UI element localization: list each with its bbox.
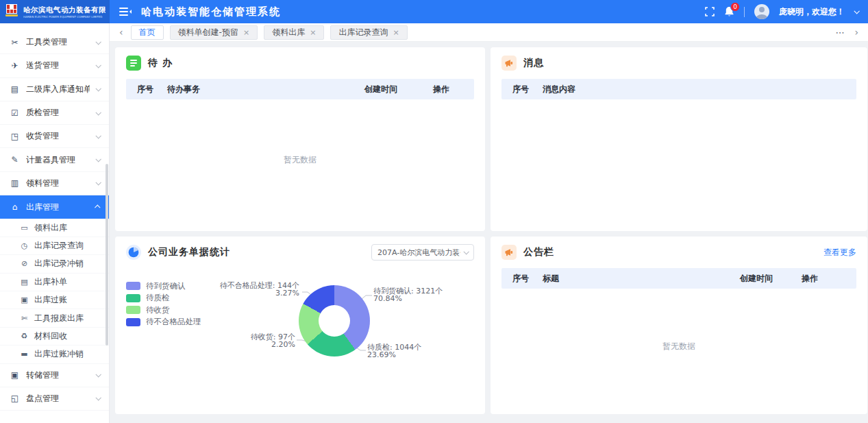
pie-chart-icon (126, 245, 141, 260)
company-logo-icon (4, 4, 19, 19)
chevron-down-icon (95, 372, 101, 377)
chart-legend: 待到货确认 待质检 待收货 待不合格品处理 (126, 282, 201, 330)
todo-empty-text: 暂无数据 (115, 154, 485, 166)
legend-item[interactable]: 待质检 (126, 294, 201, 302)
notice-card: 公告栏 查看更多 序号 标题 创建时间 操作 暂无数据 (491, 237, 867, 414)
inventory-icon: ◱ (10, 394, 20, 403)
callout-pending-inspection: 待质检: 1044个 23.69% (367, 343, 421, 359)
notice-form-icon: ▤ (10, 84, 20, 94)
sidebar-subitem-material-outbound[interactable]: ▭ 领料出库 (0, 219, 109, 237)
sidebar-item-material-requisition[interactable]: ▥ 领料管理 (0, 172, 109, 195)
posting-writeoff-icon: ▬ (20, 350, 29, 359)
tabs-next-arrow-icon[interactable]: › (853, 27, 860, 37)
legend-swatch (126, 294, 140, 302)
writeoff-icon: ⊘ (20, 259, 29, 268)
sidebar-item-inventory-check[interactable]: ◱ 盘点管理 (0, 387, 109, 411)
legend-swatch (126, 282, 140, 290)
tab-outbound-record-query[interactable]: 出库记录查询 × (330, 25, 407, 40)
logo-zone: 哈尔滨电气动力装备有限公司 HARBIN ELECTRIC POWER EQUI… (0, 0, 110, 23)
chevron-down-icon (95, 133, 101, 138)
sidebar-item-delivery[interactable]: ✈ 送货管理 (0, 54, 109, 77)
pencil-icon: ✎ (10, 155, 20, 165)
stats-card: 公司业务单据统计 207A-哈尔滨电气动力装备有限公 待到货确认 待质检 待收货… (115, 237, 485, 414)
user-greeting[interactable]: 庞晓明，欢迎您！ (779, 6, 845, 18)
storage-icon: ▣ (10, 370, 20, 380)
topbar: 哈尔滨电气动力装备有限公司 HARBIN ELECTRIC POWER EQUI… (0, 0, 868, 23)
sidebar-item-tools[interactable]: ✂ 工具类管理 (0, 31, 109, 54)
donut-chart[interactable] (299, 285, 370, 356)
megaphone-icon (501, 56, 517, 71)
sidebar-subitem-outbound-posting[interactable]: ▣ 出库过账 (0, 291, 109, 309)
tab-requisition-create-reserve[interactable]: 领料单创建-预留 × (170, 25, 258, 40)
notification-bell-icon[interactable]: 0 (724, 6, 734, 17)
sidebar-scrollbar[interactable] (106, 164, 108, 346)
megaphone-icon (501, 245, 517, 260)
user-menu-chevron-icon[interactable] (854, 8, 859, 14)
query-icon: ◷ (20, 241, 29, 250)
message-card: 消息 序号 消息内容 (491, 47, 867, 231)
tabs-more-icon[interactable]: ⋯ (835, 27, 845, 38)
sidebar-subitem-outbound-posting-writeoff[interactable]: ▬ 出库过账冲销 (0, 346, 109, 363)
chevron-down-icon (95, 180, 101, 185)
chevron-down-icon (95, 62, 101, 68)
company-filter-select[interactable]: 207A-哈尔滨电气动力装备有限公 (371, 244, 474, 261)
sidebar-item-transfer-storage[interactable]: ▣ 转储管理 (0, 364, 109, 387)
app-title: 哈电动装智能仓储管理系统 (141, 5, 281, 19)
message-table-header: 序号 消息内容 (501, 79, 856, 99)
close-icon[interactable]: × (243, 29, 249, 36)
select-chevron-icon (463, 249, 469, 254)
sidebar-item-receiving[interactable]: ◳ 收货管理 (0, 125, 109, 148)
callout-pending-defect: 待不合格品处理: 144个 3.27% (220, 282, 299, 297)
tools-icon: ✂ (10, 38, 20, 47)
fullscreen-icon[interactable] (705, 7, 715, 16)
sidebar-item-secondary-warehouse-notice[interactable]: ▤ 二级库入库通知单 (0, 78, 109, 101)
outbound-doc-icon: ▭ (20, 223, 29, 232)
sidebar-subitem-material-recycle[interactable]: ♻ 材料回收 (0, 328, 109, 346)
message-card-title: 消息 (523, 57, 544, 69)
notification-badge: 0 (730, 2, 740, 12)
supplement-doc-icon: ▤ (20, 278, 29, 287)
company-name: 哈尔滨电气动力装备有限公司 (23, 5, 106, 15)
sidebar-subitem-tool-scrap-outbound[interactable]: ✄ 工具报废出库 (0, 309, 109, 327)
view-more-link[interactable]: 查看更多 (823, 247, 856, 258)
legend-item[interactable]: 待收货 (126, 306, 201, 314)
close-icon[interactable]: × (310, 29, 316, 36)
tabs-prev-arrow-icon[interactable]: ‹ (118, 27, 125, 37)
document-icon: ▥ (10, 178, 20, 188)
user-avatar[interactable] (754, 4, 769, 19)
notice-empty-text: 暂无数据 (491, 341, 867, 352)
package-icon: ◳ (10, 132, 20, 141)
sidebar-subitem-outbound-supplement[interactable]: ▤ 出库补单 (0, 274, 109, 291)
chevron-down-icon (95, 110, 101, 115)
todo-doc-icon (126, 56, 141, 71)
callout-pending-receipt: 待收货: 97个 2.20% (251, 333, 295, 348)
sidebar-collapse-icon[interactable] (119, 7, 132, 16)
checkbox-icon: ☑ (10, 108, 20, 118)
topbar-divider (744, 7, 745, 17)
sidebar-item-quality-inspection[interactable]: ☑ 质检管理 (0, 101, 109, 125)
scrap-icon: ✄ (20, 314, 29, 323)
chevron-down-icon (95, 86, 101, 91)
sidebar-item-outbound[interactable]: ⌂ 出库管理 (0, 195, 109, 219)
notice-table-header: 序号 标题 创建时间 操作 (501, 268, 856, 289)
notice-card-title: 公告栏 (523, 246, 554, 258)
legend-item[interactable]: 待不合格品处理 (126, 318, 201, 326)
chevron-down-icon (95, 39, 101, 45)
legend-swatch (126, 318, 140, 326)
tab-strip: ‹ 首页 领料单创建-预留 × 领料出库 × 出库记录查询 × ⋯ › (110, 23, 868, 42)
todo-card: 待 办 序号 待办事务 创建时间 操作 暂无数据 (115, 47, 485, 231)
company-name-en: HARBIN ELECTRIC POWER EQUIPMENT COMPANY … (23, 15, 106, 19)
sidebar-subitem-outbound-record-query[interactable]: ◷ 出库记录查询 (0, 237, 109, 255)
sidebar: ✂ 工具类管理 ✈ 送货管理 ▤ 二级库入库通知单 ☑ 质检管理 ◳ 收货管理 … (0, 23, 110, 423)
delivery-icon: ✈ (10, 61, 20, 71)
chevron-down-icon (95, 395, 101, 400)
stats-card-title: 公司业务单据统计 (148, 246, 230, 258)
close-icon[interactable]: × (393, 29, 399, 36)
tab-home[interactable]: 首页 (131, 25, 164, 40)
sidebar-item-measuring-instruments[interactable]: ✎ 计量器具管理 (0, 148, 109, 171)
legend-item[interactable]: 待到货确认 (126, 282, 201, 290)
tab-material-outbound[interactable]: 领料出库 × (264, 25, 324, 40)
sidebar-subitem-outbound-record-writeoff[interactable]: ⊘ 出库记录冲销 (0, 255, 109, 273)
todo-card-title: 待 办 (148, 57, 173, 69)
todo-table-header: 序号 待办事务 创建时间 操作 (126, 79, 474, 99)
